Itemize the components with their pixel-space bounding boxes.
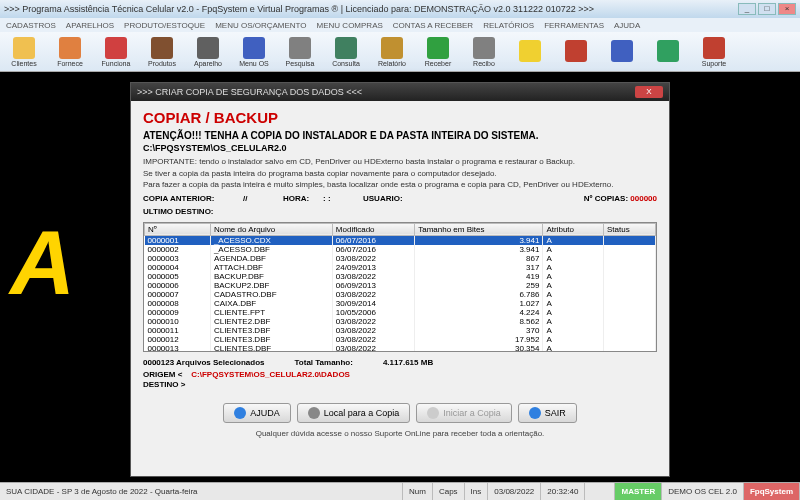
- toolbar-icon: [151, 37, 173, 59]
- summary-row: 0000123 Arquivos Selecionados Total Tama…: [143, 358, 657, 367]
- toolbar-button[interactable]: Fornece: [50, 34, 90, 69]
- toolbar-button[interactable]: Suporte: [694, 34, 734, 69]
- note-3: Para fazer a copia da pasta inteira é mu…: [143, 180, 657, 190]
- menu-item[interactable]: PRODUTO/ESTOQUE: [124, 21, 205, 30]
- toolbar-button[interactable]: [602, 34, 642, 69]
- help-button[interactable]: AJUDA: [223, 403, 291, 423]
- table-row[interactable]: 0000009CLIENTE.FPT10/05/20064.224A: [145, 308, 656, 317]
- origin-row: ORIGEM < C:\FPQSYSTEM\OS_CELULAR2.0\DADO…: [143, 370, 657, 379]
- column-header[interactable]: Modificado: [332, 223, 414, 235]
- table-row[interactable]: 0000007CADASTRO.DBF03/08/20226.786A: [145, 290, 656, 299]
- column-header[interactable]: Nome do Arquivo: [210, 223, 332, 235]
- toolbar-button[interactable]: Clientes: [4, 34, 44, 69]
- table-row[interactable]: 0000002_ACESSO.DBF06/07/20163.941A: [145, 245, 656, 254]
- table-row[interactable]: 0000013CLIENTES.DBF03/08/202230.354A: [145, 344, 656, 352]
- toolbar-button[interactable]: Funciona: [96, 34, 136, 69]
- dialog-footer: Qualquer dúvida acesse o nosso Suporte O…: [143, 429, 657, 438]
- main-toolbar: ClientesForneceFuncionaProdutosAparelhoM…: [0, 32, 800, 72]
- copies-count: 000000: [630, 194, 657, 203]
- toolbar-button[interactable]: Receber: [418, 34, 458, 69]
- toolbar-button[interactable]: [556, 34, 596, 69]
- toolbar-icon: [657, 40, 679, 62]
- column-header[interactable]: Status: [603, 223, 655, 235]
- column-header[interactable]: Nº: [145, 223, 211, 235]
- menu-item[interactable]: APARELHOS: [66, 21, 114, 30]
- status-master: MASTER: [615, 483, 662, 500]
- table-row[interactable]: 0000011CLIENTE3.DBF03/08/2022370A: [145, 326, 656, 335]
- toolbar-icon: [197, 37, 219, 59]
- menu-bar: CADASTROSAPARELHOSPRODUTO/ESTOQUEMENU OS…: [0, 18, 800, 32]
- menu-item[interactable]: AJUDA: [614, 21, 640, 30]
- total-label: Total Tamanho:: [295, 358, 353, 367]
- dialog-close-button[interactable]: X: [635, 86, 663, 98]
- menu-item[interactable]: FERRAMENTAS: [544, 21, 604, 30]
- toolbar-button[interactable]: Produtos: [142, 34, 182, 69]
- table-row[interactable]: 0000003AGENDA.DBF03/08/2022867A: [145, 254, 656, 263]
- toolbar-icon: [59, 37, 81, 59]
- table-row[interactable]: 0000008CAIXA.DBF30/09/20141.027A: [145, 299, 656, 308]
- toolbar-icon: [105, 37, 127, 59]
- info-row-2: ULTIMO DESTINO:: [143, 207, 657, 216]
- install-path: C:\FPQSYSTEM\OS_CELULAR2.0: [143, 143, 657, 153]
- background-logo: A: [10, 212, 67, 315]
- toolbar-icon: [611, 40, 633, 62]
- info-row-1: COPIA ANTERIOR: // HORA: : : USUARIO: Nº…: [143, 194, 657, 203]
- toolbar-button[interactable]: Relatório: [372, 34, 412, 69]
- toolbar-icon: [473, 37, 495, 59]
- status-location: SUA CIDADE - SP 3 de Agosto de 2022 - Qu…: [0, 483, 403, 500]
- table-row[interactable]: 0000005BACKUP.DBF03/08/2022419A: [145, 272, 656, 281]
- toolbar-button[interactable]: [648, 34, 688, 69]
- table-row[interactable]: 0000006BACKUP2.DBF06/09/2013259A: [145, 281, 656, 290]
- backup-dialog: >>> CRIAR COPIA DE SEGURANÇA DOS DADOS <…: [130, 82, 670, 477]
- status-demo: DEMO OS CEL 2.0: [662, 483, 744, 500]
- exit-button[interactable]: SAIR: [518, 403, 577, 423]
- column-header[interactable]: Tamanho em Bites: [415, 223, 543, 235]
- window-titlebar: >>> Programa Assistência Técnica Celular…: [0, 0, 800, 18]
- toolbar-icon: [565, 40, 587, 62]
- note-1: IMPORTANTE: tendo o instalador salvo em …: [143, 157, 657, 167]
- search-icon: [308, 407, 320, 419]
- toolbar-button[interactable]: [510, 34, 550, 69]
- toolbar-icon: [703, 37, 725, 59]
- dialog-heading: COPIAR / BACKUP: [143, 109, 657, 126]
- status-time: 20:32:40: [541, 483, 585, 500]
- files-table[interactable]: NºNome do ArquivoModificadoTamanho em Bi…: [143, 222, 657, 352]
- table-row[interactable]: 0000012CLIENTE3.DBF03/08/202217.952A: [145, 335, 656, 344]
- menu-item[interactable]: MENU COMPRAS: [317, 21, 383, 30]
- toolbar-icon: [335, 37, 357, 59]
- dialog-warning: ATENÇÃO!!! TENHA A COPIA DO INSTALADOR E…: [143, 130, 657, 141]
- status-ins: Ins: [465, 483, 489, 500]
- toolbar-icon: [13, 37, 35, 59]
- minimize-button[interactable]: _: [738, 3, 756, 15]
- close-button[interactable]: ×: [778, 3, 796, 15]
- window-title: >>> Programa Assistência Técnica Celular…: [4, 4, 738, 14]
- menu-item[interactable]: MENU OS/ORÇAMENTO: [215, 21, 306, 30]
- toolbar-icon: [243, 37, 265, 59]
- table-row[interactable]: 0000010CLIENTE2.DBF03/08/20228.562A: [145, 317, 656, 326]
- toolbar-button[interactable]: Consulta: [326, 34, 366, 69]
- table-row[interactable]: 0000004ATTACH.DBF24/09/2013317A: [145, 263, 656, 272]
- toolbar-button[interactable]: Aparelho: [188, 34, 228, 69]
- file-count: 0000123 Arquivos Selecionados: [143, 358, 265, 367]
- start-copy-button[interactable]: Iniciar a Copia: [416, 403, 512, 423]
- destination-row: DESTINO >: [143, 380, 657, 389]
- menu-item[interactable]: CADASTROS: [6, 21, 56, 30]
- status-bar: SUA CIDADE - SP 3 de Agosto de 2022 - Qu…: [0, 482, 800, 500]
- check-icon: [427, 407, 439, 419]
- exit-icon: [529, 407, 541, 419]
- table-row[interactable]: 0000001_ACESSO.CDX06/07/20163.941A: [145, 235, 656, 245]
- total-size: 4.117.615 MB: [383, 358, 433, 367]
- toolbar-button[interactable]: Recibo: [464, 34, 504, 69]
- column-header[interactable]: Atributo: [543, 223, 604, 235]
- toolbar-icon: [381, 37, 403, 59]
- toolbar-button[interactable]: Menu OS: [234, 34, 274, 69]
- choose-location-button[interactable]: Local para a Copia: [297, 403, 411, 423]
- toolbar-icon: [289, 37, 311, 59]
- menu-item[interactable]: RELATÓRIOS: [483, 21, 534, 30]
- origin-path: C:\FPQSYSTEM\OS_CELULAR2.0\DADOS: [191, 370, 350, 379]
- menu-item[interactable]: CONTAS A RECEBER: [393, 21, 473, 30]
- maximize-button[interactable]: □: [758, 3, 776, 15]
- toolbar-button[interactable]: Pesquisa: [280, 34, 320, 69]
- toolbar-icon: [427, 37, 449, 59]
- status-num: Num: [403, 483, 433, 500]
